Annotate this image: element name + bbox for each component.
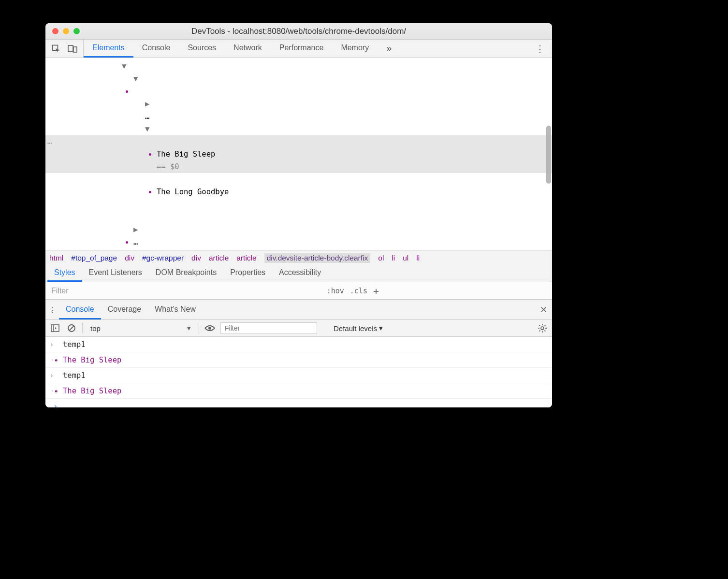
tab-sources[interactable]: Sources — [179, 40, 225, 58]
drawer-tabs: ⋮ Console Coverage What's New ✕ — [45, 300, 552, 319]
window-title: DevTools - localhost:8080/web/tools/chro… — [45, 27, 552, 36]
log-levels-select[interactable]: Default levels ▾ — [334, 324, 383, 333]
dtab-console[interactable]: Console — [59, 300, 101, 319]
console-value: temp1 — [59, 371, 86, 380]
console-row[interactable]: ‹·The Big Sleep — [45, 352, 552, 368]
console-prompt[interactable]: › — [45, 399, 552, 407]
breadcrumb-item[interactable]: ol — [378, 254, 384, 262]
inspect-icon[interactable] — [48, 42, 64, 56]
console-value: The Big Sleep — [59, 356, 121, 364]
svg-rect-2 — [73, 47, 77, 52]
styles-filter-input[interactable] — [45, 282, 297, 299]
tab-memory[interactable]: Memory — [332, 40, 378, 58]
styles-tabs: Styles Event Listeners DOM Breakpoints P… — [45, 265, 552, 282]
svg-line-15 — [539, 330, 540, 331]
maximize-icon[interactable] — [73, 28, 80, 34]
eye-icon[interactable] — [204, 322, 216, 334]
tab-network[interactable]: Network — [225, 40, 271, 58]
console-toolbar: top ▾ Default levels ▾ — [45, 319, 552, 337]
svg-point-7 — [208, 327, 211, 330]
chevron-down-icon: ▾ — [187, 324, 191, 333]
stab-event-listeners[interactable]: Event Listeners — [82, 265, 149, 282]
prompt-icon: › — [49, 402, 58, 407]
console-row[interactable]: ‹·The Big Sleep — [45, 383, 552, 399]
breadcrumb-item[interactable]: #gc-wrapper — [142, 254, 184, 262]
input-icon: › — [49, 340, 59, 349]
dom-node[interactable]: ▶… — [45, 98, 552, 123]
clear-console-icon[interactable] — [66, 322, 77, 334]
svg-rect-1 — [68, 45, 73, 52]
svg-line-14 — [544, 330, 545, 331]
styles-filter-row: :hov .cls + — [45, 282, 552, 300]
traffic-lights — [52, 28, 80, 34]
hov-toggle[interactable]: :hov — [327, 287, 344, 295]
dom-node[interactable]: ▼ — [45, 123, 552, 135]
stab-styles[interactable]: Styles — [47, 265, 82, 282]
breadcrumb-item[interactable]: div — [125, 254, 134, 262]
svg-line-16 — [544, 325, 545, 326]
tabs-overflow[interactable]: » — [378, 40, 400, 58]
dom-node[interactable]: ▼ — [45, 72, 552, 98]
chevron-down-icon: ▾ — [379, 324, 383, 333]
breadcrumb-item[interactable]: article — [236, 254, 256, 262]
dom-node[interactable]: ▶… — [45, 223, 552, 248]
scrollbar-thumb[interactable] — [546, 126, 551, 184]
breadcrumb: html#top_of_pagediv#gc-wrapperdivarticle… — [45, 250, 552, 265]
breadcrumb-item[interactable]: div.devsite-article-body.clearfix — [264, 253, 371, 263]
context-label: top — [90, 324, 101, 333]
svg-line-13 — [539, 325, 540, 326]
tab-performance[interactable]: Performance — [271, 40, 333, 58]
dom-tree[interactable]: ▼▼▶…▼…The Big Sleep == $0The Long Goodby… — [45, 58, 552, 250]
devtools-window: DevTools - localhost:8080/web/tools/chro… — [45, 23, 552, 407]
breadcrumb-item[interactable]: #top_of_page — [71, 254, 117, 262]
tab-elements[interactable]: Elements — [84, 40, 133, 58]
svg-line-6 — [69, 326, 74, 331]
console-row[interactable]: ›temp1 — [45, 368, 552, 383]
stab-accessibility[interactable]: Accessibility — [272, 265, 328, 282]
console-output[interactable]: ›temp1‹·The Big Sleep›temp1‹·The Big Sle… — [45, 337, 552, 407]
stab-properties[interactable]: Properties — [223, 265, 272, 282]
drawer-close-icon[interactable]: ✕ — [535, 300, 552, 319]
breadcrumb-item[interactable]: li — [392, 254, 395, 262]
output-icon: ‹· — [49, 387, 59, 395]
main-toolbar: Elements Console Sources Network Perform… — [45, 40, 552, 58]
console-row[interactable]: ›temp1 — [45, 337, 552, 352]
close-icon[interactable] — [52, 28, 58, 34]
device-icon[interactable] — [65, 42, 80, 56]
svg-point-8 — [541, 327, 544, 330]
console-filter-input[interactable] — [220, 322, 317, 334]
dom-node[interactable] — [45, 211, 552, 223]
dtab-whatsnew[interactable]: What's New — [148, 300, 203, 319]
new-rule-icon[interactable]: + — [373, 285, 379, 297]
breadcrumb-item[interactable]: ul — [403, 254, 408, 262]
breadcrumb-item[interactable]: div — [191, 254, 201, 262]
dtab-coverage[interactable]: Coverage — [101, 300, 148, 319]
context-select[interactable]: top ▾ — [87, 324, 194, 333]
tab-console[interactable]: Console — [133, 40, 179, 58]
dom-node[interactable]: …The Big Sleep == $0 — [45, 135, 552, 173]
console-value: temp1 — [59, 340, 86, 349]
breadcrumb-item[interactable]: li — [416, 254, 420, 262]
dom-node[interactable]: The Long Goodbye — [45, 173, 552, 198]
input-icon: › — [49, 371, 59, 380]
main-tabs: Elements Console Sources Network Perform… — [84, 40, 400, 58]
output-icon: ‹· — [49, 356, 59, 364]
minimize-icon[interactable] — [63, 28, 69, 34]
titlebar: DevTools - localhost:8080/web/tools/chro… — [45, 23, 552, 40]
dom-node[interactable]: ▼ — [45, 60, 552, 72]
breadcrumb-item[interactable]: article — [209, 254, 229, 262]
stab-dom-breakpoints[interactable]: DOM Breakpoints — [149, 265, 223, 282]
dom-node[interactable] — [45, 198, 552, 211]
breadcrumb-item[interactable]: html — [49, 254, 63, 262]
drawer-menu-icon[interactable]: ⋮ — [45, 300, 59, 319]
console-sidebar-icon[interactable] — [49, 322, 61, 334]
console-value: The Big Sleep — [59, 387, 121, 395]
cls-toggle[interactable]: .cls — [350, 287, 367, 295]
more-icon[interactable]: ⋮ — [533, 42, 548, 56]
gear-icon[interactable] — [537, 322, 548, 334]
